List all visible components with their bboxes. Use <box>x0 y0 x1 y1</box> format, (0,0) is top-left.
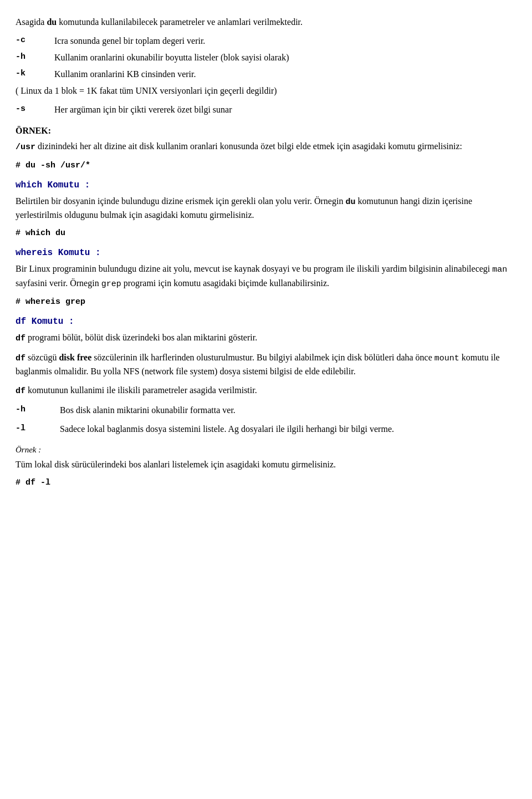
ornek1-command: # du -sh /usr/* <box>16 161 516 170</box>
which-command: # which du <box>16 228 516 238</box>
df-param-h-val: Bos disk alanin miktarini okunabilir for… <box>60 404 516 417</box>
param-h-key: -h <box>16 51 49 64</box>
df-param-h-key: -h <box>16 404 54 417</box>
param-k-desc: Kullanim oranlarini KB cinsinden verir. <box>54 68 516 81</box>
intro-text-before: Asagida <box>16 17 47 27</box>
linux-note: ( Linux da 1 blok = 1K fakat tüm UNIX ve… <box>16 84 516 98</box>
df-line1: df programi bölüt, bölüt disk üzerindeki… <box>16 331 516 345</box>
which-desc-bold: du <box>345 197 355 207</box>
df-line3: df komutunun kullanimi ile iliskili para… <box>16 384 516 398</box>
df-ornek-label: Örnek : <box>16 444 516 456</box>
df-code3: df <box>16 386 25 396</box>
intro-paragraph: Asagida du komutunda kullanilabilecek pa… <box>16 16 516 29</box>
df-code1: df <box>16 334 25 343</box>
ornek1-desc: /usr dizinindeki her alt dizine ait disk… <box>16 140 516 154</box>
df-text2: sözcügü <box>25 353 59 362</box>
whereis-grep-code: grep <box>101 279 121 289</box>
df-param-l-val: Sadece lokal baglanmis dosya sistemini l… <box>60 423 516 436</box>
param-k-key: -k <box>16 68 49 81</box>
whereis-desc1-rest2: programi için komutu asagidaki biçimde k… <box>121 278 329 288</box>
df-section: df Komutu : df programi bölüt, bölüt dis… <box>16 317 516 487</box>
df-text2-rest: sözcülerinin ilk harflerinden olusturulm… <box>91 353 434 362</box>
ornek1-desc-text: dizinindeki her alt dizine ait disk kull… <box>35 141 462 151</box>
which-heading: which Komutu : <box>16 180 516 190</box>
whereis-man-code: man <box>492 265 507 274</box>
df-line2: df sözcügü disk free sözcülerinin ilk ha… <box>16 351 516 379</box>
df-param-l-key: -l <box>16 423 54 436</box>
whereis-desc1: Bir Linux programinin bulundugu dizine a… <box>16 264 492 273</box>
param-s-desc: Her argüman için bir çikti vererek özet … <box>54 103 516 116</box>
du-bold: du <box>47 17 57 27</box>
param-k-line: -k Kullanim oranlarini KB cinsinden veri… <box>16 68 516 81</box>
page-content: Asagida du komutunda kullanilabilecek pa… <box>16 16 516 487</box>
param-h-desc: Kullanim oranlarini okunabilir boyutta l… <box>54 51 516 64</box>
whereis-heading: whereis Komutu : <box>16 248 516 258</box>
df-param-l-row: -l Sadece lokal baglanmis dosya sistemin… <box>16 423 516 436</box>
param-s-line: -s Her argüman için bir çikti vererek öz… <box>16 103 516 116</box>
df-ornek-desc: Tüm lokal disk sürücülerindeki bos alanl… <box>16 458 516 471</box>
ornek1-section: ÖRNEK: /usr dizinindeki her alt dizine a… <box>16 124 516 170</box>
param-c-line: -c Icra sonunda genel bir toplam degeri … <box>16 34 516 48</box>
which-desc-text: Belirtilen bir dosyanin içinde bulundugu… <box>16 196 345 206</box>
which-section: which Komutu : Belirtilen bir dosyanin i… <box>16 180 516 238</box>
df-mount-code: mount <box>434 354 459 363</box>
whereis-command: # whereis grep <box>16 297 516 307</box>
param-c-key: -c <box>16 34 49 48</box>
df-heading: df Komutu : <box>16 317 516 327</box>
which-desc: Belirtilen bir dosyanin içinde bulundugu… <box>16 195 516 222</box>
df-text1: programi bölüt, bölüt disk üzerindeki bo… <box>25 333 257 342</box>
ornek1-label: ÖRNEK: <box>16 124 516 138</box>
whereis-desc1-rest: sayfasini verir. Örnegin <box>16 278 101 288</box>
df-code2: df <box>16 354 25 363</box>
df-ornek-command: # df -l <box>16 478 516 487</box>
df-param-h-row: -h Bos disk alanin miktarini okunabilir … <box>16 404 516 417</box>
whereis-section: whereis Komutu : Bir Linux programinin b… <box>16 248 516 307</box>
param-c-desc: Icra sonunda genel bir toplam degeri ver… <box>54 34 516 48</box>
param-s-key: -s <box>16 103 49 116</box>
param-h-line: -h Kullanim oranlarini okunabilir boyutt… <box>16 51 516 64</box>
df-diskfree-bold: disk free <box>59 353 91 362</box>
df-text3: komutunun kullanimi ile iliskili paramet… <box>25 385 257 395</box>
intro-text-after: komutunda kullanilabilecek parametreler … <box>57 17 303 27</box>
whereis-desc: Bir Linux programinin bulundugu dizine a… <box>16 262 516 291</box>
ornek1-desc-code: /usr <box>16 143 35 152</box>
